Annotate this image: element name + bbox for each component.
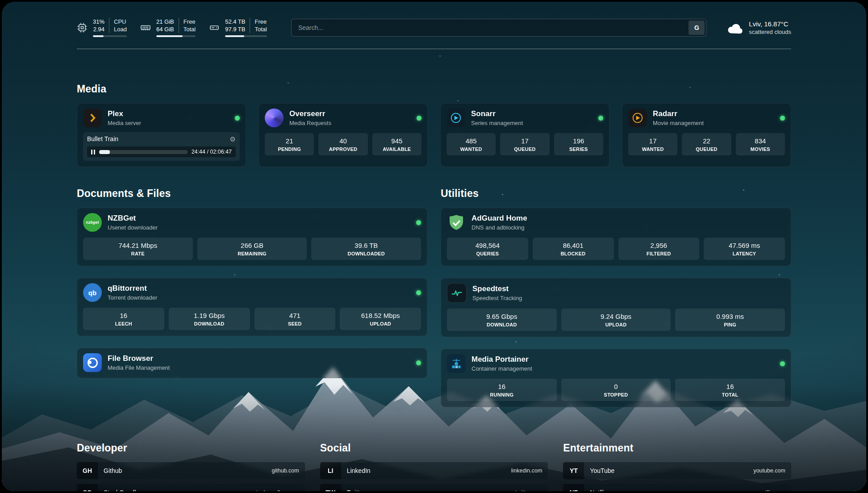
stat-running: 16RUNNING xyxy=(447,379,557,401)
stat-leech: 16LEECH xyxy=(83,308,164,330)
stat-seed: 471SEED xyxy=(255,308,336,330)
status-dot xyxy=(598,116,603,121)
status-dot xyxy=(780,361,785,366)
bookmark-abbr: GH xyxy=(77,462,98,479)
section-title-developer: Developer xyxy=(77,442,305,454)
bookmark-netflix[interactable]: NF Netflix netflix.com xyxy=(563,484,791,491)
bookmark-group-social: Social LI LinkedIn linkedin.com TW Twitt… xyxy=(320,442,548,491)
stat-approved: 40APPROVED xyxy=(318,133,367,155)
memory-total-label: Total xyxy=(179,25,196,33)
qbittorrent-icon: qb xyxy=(83,283,102,302)
bookmark-name: Twitter xyxy=(347,489,365,491)
status-dot xyxy=(416,290,421,295)
stat-ping: 0.993 msPING xyxy=(675,309,785,331)
service-name: Overseerr xyxy=(289,109,331,118)
service-name: qBittorrent xyxy=(108,284,157,293)
adguard-icon xyxy=(447,213,466,232)
plex-icon xyxy=(83,109,102,127)
bookmark-url: youtube.com xyxy=(753,468,785,474)
cpu-progress-bar xyxy=(93,35,127,37)
section-documents: Documents & Files nzbget NZBGet Usenet d… xyxy=(77,188,427,378)
bookmark-group-developer: Developer GH Github github.com SO StackO… xyxy=(77,442,305,491)
stat-downloaded: 39.6 TBDOWNLOADED xyxy=(311,238,421,260)
service-desc: Series management xyxy=(471,120,523,126)
bookmark-url: twitter.com xyxy=(516,489,542,491)
service-desc: DNS and adblocking xyxy=(472,224,527,231)
dashboard-frame: 31% CPU 2.94 Load 21 GiB xyxy=(2,2,866,491)
bookmark-name: YouTube xyxy=(590,467,614,474)
bookmark-url: github.com xyxy=(272,468,299,474)
section-utilities: Utilities AdGuard Home DNS and adblockin… xyxy=(441,188,791,407)
now-playing-title: Bullet Train xyxy=(87,135,118,142)
bookmark-youtube[interactable]: YT YouTube youtube.com xyxy=(563,462,791,479)
service-name: NZBGet xyxy=(108,214,158,223)
bookmark-abbr: TW xyxy=(320,484,341,491)
stat-queued: 22QUEUED xyxy=(682,133,731,155)
section-title-entertainment: Entertainment xyxy=(563,442,791,454)
bookmark-stackoverflow[interactable]: SO StackOverflow stackoverflow.com xyxy=(77,484,305,491)
service-card-speedtest[interactable]: Speedtest Speedtest Tracking 9.65 GbpsDO… xyxy=(441,278,791,337)
memory-progress-bar xyxy=(156,35,196,37)
disk-free: 52.4 TB xyxy=(225,18,250,25)
status-dot xyxy=(780,116,785,121)
service-card-nzbget[interactable]: nzbget NZBGet Usenet downloader 744.21 M… xyxy=(77,208,427,266)
stat-filtered: 2,956FILTERED xyxy=(618,238,700,260)
status-dot xyxy=(416,360,421,365)
service-name: Media Portainer xyxy=(472,355,532,364)
weather-location: Lviv, 16.87°C xyxy=(749,20,791,28)
weather-widget: Lviv, 16.87°C scattered clouds xyxy=(727,20,791,35)
section-title-media: Media xyxy=(77,83,791,95)
cpu-load: 2.94 xyxy=(93,25,109,33)
stat-wanted: 485WANTED xyxy=(447,133,496,155)
stat-upload: 618.52 MbpsUPLOAD xyxy=(340,308,421,330)
bookmark-linkedin[interactable]: LI LinkedIn linkedin.com xyxy=(320,462,548,479)
bookmark-group-entertainment: Entertainment YT YouTube youtube.com NF … xyxy=(563,442,791,491)
settings-gear-icon[interactable]: ⚙ xyxy=(230,136,236,142)
disk-total-label: Total xyxy=(250,25,267,33)
stat-download: 9.65 GbpsDOWNLOAD xyxy=(447,309,557,331)
service-card-overseerr[interactable]: Overseerr Media Requests 21PENDING 40APP… xyxy=(259,103,428,167)
service-card-filebrowser[interactable]: File Browser Media File Management xyxy=(77,348,427,378)
filebrowser-icon xyxy=(83,353,102,372)
bookmark-github[interactable]: GH Github github.com xyxy=(77,462,305,479)
memory-total: 64 GiB xyxy=(156,25,179,33)
service-card-radarr[interactable]: Radarr Movie management 17WANTED 22QUEUE… xyxy=(622,103,791,167)
playback-progress-bar[interactable] xyxy=(99,150,188,154)
hard-drive-icon xyxy=(209,22,220,33)
playback-time: 24:44 / 02:06:47 xyxy=(192,149,232,155)
service-card-plex[interactable]: Plex Media server Bullet Train ⚙ xyxy=(77,103,246,167)
stat-pending: 21PENDING xyxy=(265,133,314,155)
disk-progress-bar xyxy=(225,35,267,37)
memory-metric: 21 GiB Free 64 GiB Total xyxy=(140,18,196,37)
service-name: Plex xyxy=(108,109,141,118)
search-input[interactable] xyxy=(293,24,689,31)
search-provider-button[interactable]: G xyxy=(689,21,705,35)
cpu-load-label: Load xyxy=(109,25,127,33)
portainer-icon xyxy=(447,354,466,373)
stat-series: 196SERIES xyxy=(554,133,603,155)
service-card-qbittorrent[interactable]: qb qBittorrent Torrent downloader 16LEEC… xyxy=(77,278,427,336)
service-name: Speedtest xyxy=(472,284,522,293)
cpu-icon xyxy=(77,22,88,33)
bookmark-twitter[interactable]: TW Twitter twitter.com xyxy=(320,484,548,491)
stat-wanted: 17WANTED xyxy=(628,133,677,155)
system-metrics: 31% CPU 2.94 Load 21 GiB xyxy=(77,18,267,37)
cpu-percent: 31% xyxy=(93,18,109,25)
service-desc: Container management xyxy=(472,365,532,372)
service-card-adguard[interactable]: AdGuard Home DNS and adblocking 498,564Q… xyxy=(441,208,791,266)
ram-icon xyxy=(140,22,151,33)
status-dot xyxy=(416,220,421,225)
sonarr-icon xyxy=(447,109,465,127)
service-desc: Media server xyxy=(108,120,141,126)
service-name: File Browser xyxy=(108,354,170,363)
search-bar: G xyxy=(291,19,706,37)
stat-queued: 17QUEUED xyxy=(500,133,549,155)
bookmark-abbr: NF xyxy=(563,484,584,491)
service-card-sonarr[interactable]: Sonarr Series management 485WANTED 17QUE… xyxy=(440,103,609,167)
pause-icon[interactable] xyxy=(91,150,95,155)
service-name: Sonarr xyxy=(471,109,523,118)
bookmark-name: Github xyxy=(104,467,122,474)
section-title-utilities: Utilities xyxy=(441,188,791,200)
service-card-portainer[interactable]: Media Portainer Container management 16R… xyxy=(441,349,791,407)
disk-free-label: Free xyxy=(250,18,267,25)
